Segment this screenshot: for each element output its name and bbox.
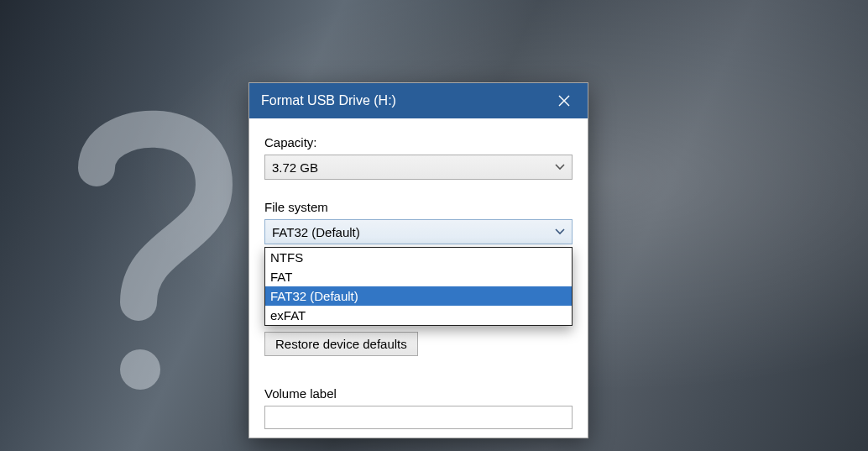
chevron-down-icon	[555, 228, 565, 235]
dialog-title: Format USB Drive (H:)	[261, 93, 541, 108]
desktop-background: Format USB Drive (H:) Capacity: 3.72 GB …	[0, 0, 868, 451]
capacity-label: Capacity:	[264, 135, 573, 149]
filesystem-option[interactable]: exFAT	[265, 306, 572, 325]
filesystem-dropdown-list[interactable]: NTFS FAT FAT32 (Default) exFAT	[264, 247, 573, 326]
dialog-body: Capacity: 3.72 GB File system FAT32 (Def…	[249, 118, 588, 438]
filesystem-label: File system	[264, 200, 573, 214]
volume-label-input[interactable]	[264, 406, 573, 429]
filesystem-option[interactable]: FAT	[265, 267, 572, 286]
volume-label-label: Volume label	[264, 386, 573, 401]
filesystem-option[interactable]: NTFS	[265, 248, 572, 267]
close-icon	[558, 95, 570, 107]
question-mark-decoration	[46, 92, 264, 395]
capacity-select-value: 3.72 GB	[272, 160, 318, 175]
filesystem-select[interactable]: FAT32 (Default)	[264, 219, 573, 244]
close-button[interactable]	[541, 83, 588, 118]
filesystem-select-value: FAT32 (Default)	[272, 225, 360, 239]
svg-point-0	[120, 349, 160, 390]
format-dialog: Format USB Drive (H:) Capacity: 3.72 GB …	[248, 82, 588, 438]
restore-defaults-button[interactable]: Restore device defaults	[264, 332, 418, 356]
chevron-down-icon	[555, 164, 565, 170]
capacity-select[interactable]: 3.72 GB	[264, 155, 573, 180]
dialog-titlebar[interactable]: Format USB Drive (H:)	[249, 83, 588, 118]
filesystem-option[interactable]: FAT32 (Default)	[265, 286, 572, 306]
